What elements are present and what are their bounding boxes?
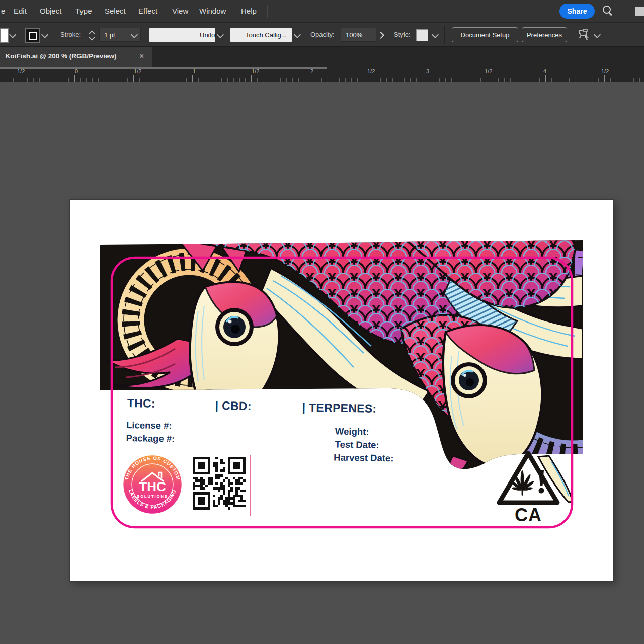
document-tab[interactable]: _KoiFish.ai @ 200 % (RGB/Preview) × xyxy=(0,47,152,67)
menu-bar: eEditObjectTypeSelectEffectViewWindowHel… xyxy=(0,0,644,22)
harvest-date-field: Harvest Date: xyxy=(334,452,394,464)
preferences-button[interactable]: Preferences xyxy=(522,27,567,42)
search-icon[interactable] xyxy=(603,6,613,16)
ruler-tick-label: 1/2 xyxy=(367,68,375,74)
menu-item-object[interactable]: Object xyxy=(40,0,61,22)
label-text-fields: THC: | CBD: | TERPENES: License #: Packa… xyxy=(126,396,510,473)
share-button[interactable]: Share xyxy=(559,4,595,19)
ruler-highlight-strip xyxy=(0,67,327,69)
license-field: License #: xyxy=(126,420,172,431)
chevron-down-icon[interactable] xyxy=(9,31,16,38)
chevron-down-icon[interactable] xyxy=(294,31,301,38)
stroke-color-swatch[interactable] xyxy=(25,28,40,43)
chevron-down-icon[interactable] xyxy=(594,31,601,38)
test-date-field: Test Date: xyxy=(335,439,379,450)
ruler-tick-label: 1/2 xyxy=(134,68,141,74)
canvas-pasteboard[interactable]: THC: | CBD: | TERPENES: License #: Packa… xyxy=(0,82,644,644)
artboard[interactable]: THC: | CBD: | TERPENES: License #: Packa… xyxy=(70,200,613,581)
menu-item-e[interactable]: e xyxy=(1,0,5,22)
brush-definition-field[interactable]: Touch Callig... xyxy=(230,28,292,42)
opacity-field[interactable]: 100% xyxy=(341,28,376,42)
illustrator-window: eEditObjectTypeSelectEffectViewWindowHel… xyxy=(0,0,644,644)
align-artboard-icon[interactable] xyxy=(579,29,591,40)
menu-item-select[interactable]: Select xyxy=(105,0,126,22)
workspace-switcher-icon[interactable] xyxy=(635,7,644,16)
ruler-tick-label: 1/2 xyxy=(485,68,492,74)
cbd-field: | CBD: xyxy=(215,399,252,413)
menu-item-view[interactable]: View xyxy=(172,0,188,22)
menu-item-window[interactable]: Window xyxy=(199,0,226,22)
graphic-style-swatch[interactable] xyxy=(416,29,428,41)
thc-field: THC: xyxy=(127,396,156,411)
style-label: Style: xyxy=(394,31,411,39)
menu-item-effect[interactable]: Effect xyxy=(138,0,157,22)
document-setup-button[interactable]: Document Setup xyxy=(452,27,518,42)
ruler-tick-label: 3 xyxy=(426,68,429,74)
weight-field: Weight: xyxy=(335,426,369,437)
ruler-tick-label: 1/2 xyxy=(252,68,259,74)
koi-eye-right xyxy=(451,362,487,398)
thc-solutions-logo: THE HOUSE OF CUSTOM LABELS & PACKAGING T… xyxy=(121,453,184,516)
ruler-tick-label: 1/2 xyxy=(601,68,609,74)
document-title: _KoiFish.ai @ 200 % (RGB/Preview) xyxy=(2,52,117,60)
terpenes-field: | TERPENES: xyxy=(302,400,376,415)
stroke-label[interactable]: Stroke: xyxy=(60,31,81,39)
horizontal-ruler[interactable]: 1/201/211/221/231/241/2 xyxy=(0,67,644,82)
ruler-tick-label: 1/2 xyxy=(17,68,25,74)
ruler-tick-label: 1 xyxy=(193,68,196,74)
close-tab-icon[interactable]: × xyxy=(139,52,144,61)
control-bar-separator xyxy=(444,26,445,44)
menu-item-help[interactable]: Help xyxy=(241,0,257,22)
opacity-label[interactable]: Opacity: xyxy=(310,31,335,39)
ca-warning-symbol: CA xyxy=(496,449,561,525)
menu-bar-divider xyxy=(623,4,623,18)
menu-item-edit[interactable]: Edit xyxy=(14,0,27,22)
chevron-down-icon[interactable] xyxy=(432,31,439,38)
menu-divider xyxy=(267,5,268,18)
qr-code xyxy=(189,455,252,516)
stroke-weight-stepper[interactable] xyxy=(88,29,97,42)
ruler-tick-label: 2 xyxy=(310,68,313,74)
chevron-right-icon[interactable] xyxy=(377,32,384,39)
document-tab-bar: _KoiFish.ai @ 200 % (RGB/Preview) × xyxy=(0,47,644,67)
variable-width-profile[interactable]: Uniform xyxy=(149,28,215,42)
control-bar: Stroke: 1 pt Uniform Touch Callig... Opa… xyxy=(0,22,644,47)
menu-item-type[interactable]: Type xyxy=(75,0,92,22)
koi-eye-left xyxy=(215,308,254,346)
ruler-tick-label: 0 xyxy=(75,68,78,74)
ca-text: CA xyxy=(515,505,542,525)
package-field: Package #: xyxy=(126,433,175,445)
logo-name: THC xyxy=(139,479,166,494)
fill-color-swatch[interactable] xyxy=(0,28,9,43)
chevron-down-icon[interactable] xyxy=(41,31,48,38)
logo-subname: SOLUTIONS xyxy=(137,494,168,499)
ruler-tick-label: 4 xyxy=(543,68,546,74)
